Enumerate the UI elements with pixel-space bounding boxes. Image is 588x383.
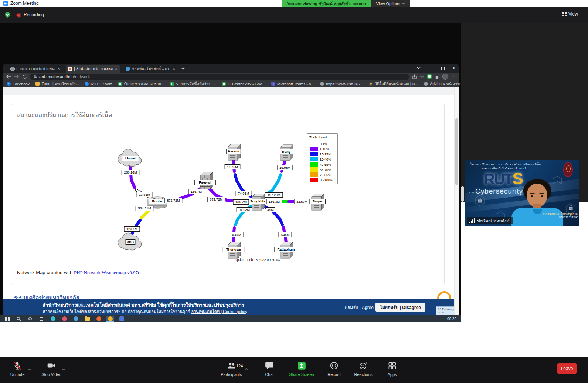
tab-close-icon[interactable]: × [172, 66, 176, 71]
map-node-Uninet: Uninet [118, 149, 142, 167]
bookmark-item[interactable]: Order ชาวเคลอง ชอบ... [118, 81, 164, 87]
bookmark-item[interactable]: RUTS Zoom [85, 82, 112, 86]
chrome-icon[interactable] [106, 316, 114, 322]
security-shield-icon[interactable] [4, 11, 11, 20]
address-bar[interactable]: arit.rmutsv.ac.th/th/network [30, 74, 409, 80]
bookmark-item[interactable]: รายการจัดซื้อจัดจ้าง -... [170, 81, 216, 87]
sheets-icon [222, 82, 226, 86]
panel-resize-handle[interactable] [461, 186, 464, 202]
svg-text:Songkhla: Songkhla [250, 199, 265, 203]
taskview-icon[interactable] [37, 316, 45, 322]
mail-icon[interactable] [72, 316, 80, 322]
bookmark-item[interactable]: https://www.usa246... [320, 82, 363, 86]
taskbar-clock[interactable]: 09:20 [447, 317, 456, 321]
firefox-icon[interactable] [95, 316, 103, 322]
svg-text:872.72M: 872.72M [167, 199, 180, 202]
cookie-policy-link[interactable]: อ่านเพิ่มเติมได้ที่ | Cookie policy [191, 309, 247, 314]
chevron-up-icon[interactable] [62, 368, 66, 370]
map-node-3BB: 3BB [118, 233, 142, 251]
windows-taskbar: 09:20 [0, 315, 461, 322]
chevron-up-icon[interactable] [28, 368, 32, 370]
record-button[interactable]: Record [317, 361, 351, 377]
tab-search-icon[interactable] [417, 67, 421, 69]
teams-icon[interactable] [118, 316, 126, 322]
tab-close-icon[interactable]: × [57, 66, 61, 71]
back-button[interactable] [6, 74, 11, 79]
view-options-button[interactable]: View Options [371, 0, 411, 7]
bookmarks-bar: fFacebookZoom | มหาวิทยาลัย...RUTS ZoomO… [3, 81, 459, 87]
start-icon[interactable] [3, 316, 11, 322]
reactions-button[interactable]: Reactions [347, 361, 380, 377]
participants-button[interactable]: 124 Participants [215, 361, 248, 377]
leave-button[interactable]: Leave [557, 363, 577, 374]
svg-text:49M: 49M [267, 208, 274, 212]
share-screen-button[interactable]: Share Screen [285, 361, 318, 377]
svg-text:Firewall: Firewall [199, 181, 211, 184]
extension-icon[interactable] [427, 74, 432, 79]
new-tab-button[interactable]: + [181, 66, 185, 71]
photos-icon[interactable] [60, 316, 68, 322]
unmute-button[interactable]: Unmute [1, 361, 34, 377]
map-link-label: 288.16M [122, 170, 139, 175]
bookmark-item[interactable]: วิดีโอคีย์แนะนำคณะ | ค... [369, 81, 418, 87]
browser-tab-1[interactable]: การบริการเครือข่ายอินเตอร์เน็ต และก...× [8, 65, 63, 73]
weathermap-link[interactable]: PHP Network Weathermap v0.97c [74, 270, 140, 275]
browser-tab-3[interactable]: ซอฟต์แวร์ลิขสิทธิ์ มทร.ศรีวิชัย |× [123, 65, 178, 73]
apps-button[interactable]: Apps [375, 361, 409, 377]
forward-button[interactable] [14, 74, 19, 79]
bookmark-item[interactable]: Zoom | มหาวิทยาลัย... [35, 81, 79, 87]
zoomblue-icon [85, 82, 89, 86]
recording-label: Recording [24, 12, 44, 17]
chat-button[interactable]: Chat [253, 361, 286, 377]
svg-text:3BB: 3BB [127, 240, 134, 244]
bookmark-item[interactable]: TMicrosoft Teams - n... [271, 82, 314, 86]
cybersecurity-label: Cybersecurity [475, 187, 523, 195]
tab-close-icon[interactable]: × [114, 66, 118, 71]
bookmark-star-icon[interactable]: ☆ [420, 74, 424, 80]
svg-text:584.51M: 584.51M [138, 206, 151, 210]
video-panel: โครงการฝึกอบรม ... การบริการเครือข่ายอิน… [461, 23, 588, 357]
bookmark-item[interactable]: IT Center.xlsx - Goo... [222, 82, 265, 86]
bookmark-item[interactable]: fFacebook [7, 82, 30, 86]
svg-text:Uninet: Uninet [125, 157, 136, 160]
map-update-timestamp: Update: Feb 18 2022 09:20:03 [235, 258, 280, 262]
close-button[interactable]: × [453, 65, 456, 71]
chevron-up-icon[interactable] [244, 368, 248, 370]
extensions-puzzle-icon[interactable] [435, 74, 439, 79]
map-link-label: 13.65M [137, 192, 152, 197]
browser-menu-icon[interactable]: ⋮ [451, 74, 456, 79]
participant-video-tile[interactable]: โครงการฝึกอบรม ... การบริการเครือข่ายอิน… [465, 160, 579, 226]
maximize-button[interactable] [441, 67, 445, 70]
profile-avatar[interactable] [442, 74, 448, 80]
explorer-icon[interactable] [83, 316, 91, 322]
map-link-label: 74.05M [236, 191, 251, 196]
map-node-Thungyai: Thungyai [223, 242, 244, 258]
tab-favicon [10, 67, 15, 71]
search-icon[interactable] [14, 316, 23, 322]
svg-text:Saiyai: Saiyai [312, 199, 322, 203]
stop-video-button[interactable]: Stop Video [35, 361, 68, 377]
yellow-icon [35, 82, 40, 86]
browser-tab-2[interactable]: | สำนักวิทยบริการและเทคโนโลยีสารสน...× [66, 65, 120, 73]
globe-icon [424, 82, 428, 86]
cookie-disagree-button[interactable]: ไม่ยอมรับ | Disagree [375, 303, 425, 312]
edge-icon[interactable] [49, 316, 57, 322]
reload-button[interactable] [22, 74, 27, 79]
recording-indicator-icon[interactable] [16, 13, 21, 18]
sheets-icon [118, 82, 122, 86]
page-scrollbar[interactable] [454, 87, 459, 315]
zoom-titlebar: Zoom Meeting You are viewing ชัยวัฒน์ หอ… [0, 0, 588, 7]
svg-text:55-70%: 55-70% [320, 168, 331, 172]
cookie-agree-button[interactable]: ยอมรับ | Agree [345, 304, 374, 311]
map-legend: Traffic Load0-1%1-10%10-25%25-40%40-55%5… [307, 134, 337, 184]
map-link-label: 123.1M [124, 227, 140, 232]
share-page-icon[interactable] [412, 74, 417, 79]
map-link-label: 872.72M [207, 197, 225, 202]
facebook-icon: f [7, 82, 11, 86]
minimize-button[interactable]: — [429, 65, 433, 71]
view-layout-button[interactable]: View [562, 11, 578, 17]
cortana-icon[interactable] [26, 316, 34, 322]
svg-text:40-55%: 40-55% [320, 163, 331, 167]
scrollbar-thumb[interactable] [455, 118, 458, 185]
zoom-topbar: Recording View [0, 7, 588, 23]
